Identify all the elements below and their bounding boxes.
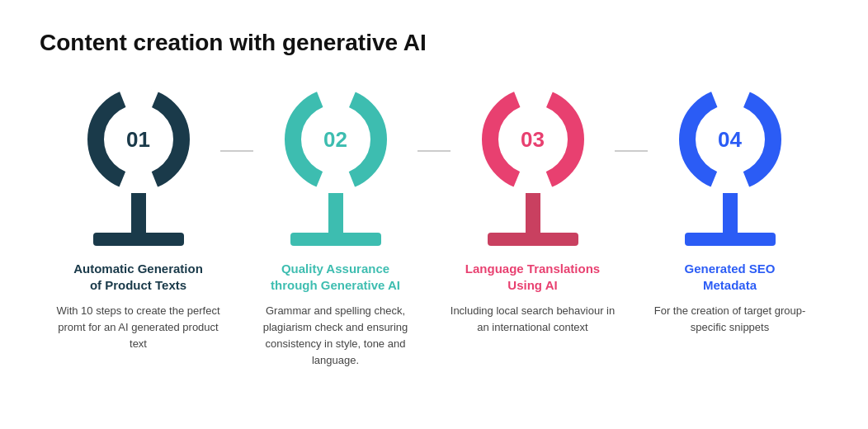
ring-wrap-1: 01 <box>85 86 192 193</box>
base-1 <box>93 233 184 246</box>
icon-assembly-3: 03 <box>479 86 587 246</box>
card-desc-2: Grammar and spelling check, plagiarism c… <box>247 303 424 370</box>
card-title-1: Automatic Generationof Product Texts <box>73 261 203 295</box>
card-4: 04 Generated SEOMetadata For the creatio… <box>631 86 828 336</box>
card-desc-3: Including local search behaviour in an i… <box>444 303 621 336</box>
stem-1 <box>131 193 146 233</box>
card-title-3: Language TranslationsUsing AI <box>465 261 600 295</box>
step-number-4: 04 <box>718 127 742 153</box>
icon-assembly-1: 01 <box>85 86 192 246</box>
card-title-4: Generated SEOMetadata <box>684 261 775 295</box>
ring-inner-circle-1: 01 <box>107 108 170 171</box>
base-4 <box>685 233 776 246</box>
step-number-2: 02 <box>323 127 347 153</box>
stem-2 <box>328 193 343 233</box>
ring-wrap-2: 02 <box>282 86 389 193</box>
card-desc-4: For the creation of target group-specifi… <box>641 303 818 336</box>
icon-assembly-2: 02 <box>282 86 389 246</box>
ring-inner-circle-4: 04 <box>699 108 762 171</box>
stem-4 <box>723 193 738 233</box>
stem-3 <box>526 193 540 233</box>
card-2: 02 Quality Assurancethrough Generative A… <box>237 86 434 369</box>
card-desc-1: With 10 steps to create the perfect prom… <box>50 303 227 352</box>
ring-inner-circle-2: 02 <box>304 108 367 171</box>
base-2 <box>290 233 381 246</box>
ring-wrap-3: 03 <box>479 86 587 193</box>
base-3 <box>488 233 578 246</box>
ring-wrap-4: 04 <box>677 86 784 193</box>
step-number-1: 01 <box>126 127 150 153</box>
cards-container: 01 Automatic Generationof Product Texts … <box>40 86 828 369</box>
card-3: 03 Language TranslationsUsing AI Includi… <box>434 86 631 336</box>
page-title: Content creation with generative AI <box>40 30 828 56</box>
step-number-3: 03 <box>521 127 545 153</box>
card-title-2: Quality Assurancethrough Generative AI <box>271 261 400 295</box>
icon-assembly-4: 04 <box>677 86 784 246</box>
ring-inner-circle-3: 03 <box>502 108 564 171</box>
card-1: 01 Automatic Generationof Product Texts … <box>40 86 237 352</box>
